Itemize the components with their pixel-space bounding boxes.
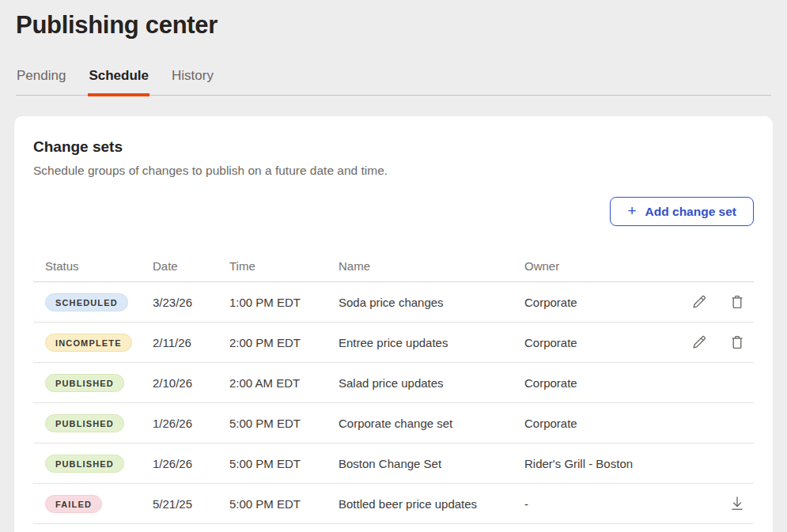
table-row: PUBLISHED 1/26/26 5:00 PM EDT Boston Cha… <box>33 443 754 484</box>
name-cell: Boston Change Set <box>339 457 524 470</box>
owner-cell: Corporate <box>524 336 678 349</box>
table-body: SCHEDULED 3/23/26 1:00 PM EDT Soda price… <box>33 282 754 524</box>
owner-cell: - <box>524 497 678 511</box>
tab-bar: Pending Schedule History <box>16 68 771 96</box>
column-header-time: Time <box>229 259 339 273</box>
table-row: PUBLISHED 2/10/26 2:00 AM EDT Salad pric… <box>33 363 754 403</box>
name-cell: Corporate change set <box>339 417 524 430</box>
status-badge: SCHEDULED <box>45 293 128 311</box>
delete-trash-icon[interactable] <box>728 293 746 311</box>
time-cell: 2:00 AM EDT <box>229 376 339 390</box>
owner-cell: Corporate <box>524 296 678 309</box>
date-cell: 1/26/26 <box>153 417 229 430</box>
plus-icon: + <box>627 203 636 218</box>
table-header-row: Status Date Time Name Owner <box>33 250 754 282</box>
change-sets-table: Status Date Time Name Owner SCHEDULED 3/… <box>33 250 754 524</box>
change-sets-card: Change sets Schedule groups of changes t… <box>14 116 773 532</box>
date-cell: 3/23/26 <box>153 296 229 309</box>
status-badge: PUBLISHED <box>45 374 124 392</box>
delete-trash-icon[interactable] <box>728 334 746 351</box>
row-actions <box>678 293 754 311</box>
column-header-name: Name <box>339 259 524 273</box>
column-header-owner: Owner <box>524 259 678 273</box>
download-icon[interactable] <box>728 495 746 512</box>
date-cell: 1/26/26 <box>153 457 229 470</box>
table-row: INCOMPLETE 2/11/26 2:00 PM EDT Entree pr… <box>33 323 754 363</box>
edit-pencil-icon[interactable] <box>691 334 708 351</box>
column-header-status: Status <box>33 259 153 273</box>
owner-cell: Rider's Grill - Boston <box>524 457 678 470</box>
owner-cell: Corporate <box>524 417 678 430</box>
status-badge: INCOMPLETE <box>45 334 132 352</box>
tab-history[interactable]: History <box>171 68 214 95</box>
status-badge: PUBLISHED <box>45 414 124 432</box>
date-cell: 5/21/25 <box>153 497 229 511</box>
add-change-set-button[interactable]: + Add change set <box>610 197 754 226</box>
tab-schedule[interactable]: Schedule <box>88 68 149 96</box>
page-header: Publishing center <box>0 0 787 40</box>
row-actions <box>678 495 754 512</box>
status-badge: PUBLISHED <box>45 455 124 473</box>
status-badge: FAILED <box>45 495 102 513</box>
time-cell: 2:00 PM EDT <box>229 336 339 349</box>
time-cell: 5:00 PM EDT <box>229 497 339 511</box>
name-cell: Bottled beer price updates <box>339 497 524 511</box>
table-row: SCHEDULED 3/23/26 1:00 PM EDT Soda price… <box>33 282 754 323</box>
owner-cell: Corporate <box>524 376 678 390</box>
card-subtitle: Schedule groups of changes to publish on… <box>33 164 754 178</box>
date-cell: 2/11/26 <box>153 336 229 349</box>
name-cell: Soda price changes <box>339 296 524 309</box>
name-cell: Entree price updates <box>339 336 524 349</box>
table-row: FAILED 5/21/25 5:00 PM EDT Bottled beer … <box>33 484 754 524</box>
time-cell: 5:00 PM EDT <box>229 457 339 470</box>
page-title: Publishing center <box>16 11 771 40</box>
table-row: PUBLISHED 1/26/26 5:00 PM EDT Corporate … <box>33 403 754 443</box>
add-change-set-label: Add change set <box>645 205 736 219</box>
name-cell: Salad price updates <box>339 376 524 390</box>
date-cell: 2/10/26 <box>153 376 229 390</box>
time-cell: 1:00 PM EDT <box>229 296 339 309</box>
time-cell: 5:00 PM EDT <box>229 417 339 430</box>
tab-pending[interactable]: Pending <box>16 68 66 95</box>
card-title: Change sets <box>33 138 754 156</box>
row-actions <box>678 334 754 351</box>
column-header-date: Date <box>153 259 229 273</box>
button-row: + Add change set <box>33 197 754 226</box>
edit-pencil-icon[interactable] <box>691 293 708 311</box>
